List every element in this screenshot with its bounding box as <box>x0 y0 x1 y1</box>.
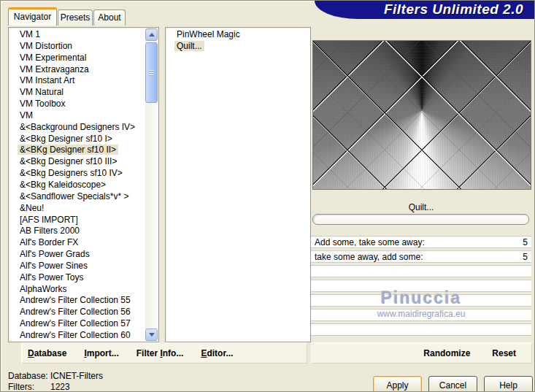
category-list-item[interactable]: &<Sandflower Specials*v* > <box>10 191 145 203</box>
category-list: VM 1VM DistortionVM ExperimentalVM Extra… <box>10 29 145 340</box>
category-list-item-label: Andrew's Filter Collection 56 <box>18 307 133 317</box>
scroll-down-icon <box>149 333 155 337</box>
category-list-item[interactable]: VM Experimental <box>10 53 145 64</box>
category-list-item[interactable]: Alf's Power Grads <box>10 249 145 261</box>
category-list-item-label: VM 1 <box>18 29 42 39</box>
scroll-up-button[interactable] <box>145 28 158 41</box>
progress-slider[interactable] <box>312 214 529 225</box>
status-bar: Database:ICNET-Filters Filters:1223 <box>8 371 103 392</box>
filter-list-item-label: Quilt... <box>174 41 204 51</box>
category-list-item-label: Andrew's Filter Collection 55 <box>18 295 133 305</box>
category-list-item-label: &Neu! <box>18 203 46 213</box>
category-list-item[interactable]: VM 1 <box>10 29 145 41</box>
category-list-item-label: AlphaWorks <box>18 284 69 294</box>
category-list-item-label: &<Bkg Kaleidoscope> <box>18 180 108 190</box>
tab-presets[interactable]: Presets <box>58 9 93 26</box>
category-list-item[interactable]: VM Extravaganza <box>10 64 145 76</box>
randomize-button[interactable]: Randomize <box>423 348 470 358</box>
category-list-item[interactable]: &<Bkg Kaleidoscope> <box>10 180 145 191</box>
status-filters-value: 1223 <box>50 382 70 392</box>
category-list-item-label: &<Background Designers IV> <box>18 122 137 132</box>
category-list-item[interactable]: &<BKg Designer sf10 II> <box>10 145 145 156</box>
category-list-item[interactable]: Alf's Border FX <box>10 237 145 249</box>
window-title: Filters Unlimited 2.0 <box>384 1 523 17</box>
parameter-label: take some away, add some: <box>315 252 423 262</box>
category-list-item-label: [AFS IMPORT] <box>18 215 80 225</box>
tab-about[interactable]: About <box>93 9 126 26</box>
category-list-item[interactable]: Andrew's Filter Collection 55 <box>10 295 145 307</box>
status-database-value: ICNET-Filters <box>50 371 103 381</box>
title-banner: Filters Unlimited 2.0 <box>315 1 534 19</box>
status-filters: Filters:1223 <box>8 382 103 392</box>
selected-filter-title: Quilt... <box>311 202 531 212</box>
parameter-row[interactable] <box>311 323 531 336</box>
status-filters-label: Filters: <box>8 382 50 392</box>
parameter-row[interactable] <box>311 265 531 277</box>
category-list-item[interactable]: [AFS IMPORT] <box>10 215 145 226</box>
category-list-item[interactable]: Alf's Power Sines <box>10 261 145 272</box>
category-list-item[interactable]: &<Bkg Designer sf10 I> <box>10 134 145 145</box>
cancel-button[interactable]: Cancel <box>428 376 477 392</box>
category-list-item-label: VM <box>18 110 35 120</box>
filter-list: PinWheel MagicQuilt... <box>167 29 309 340</box>
category-list-item[interactable]: Alf's Power Toys <box>10 272 145 284</box>
parameter-label: Add some, take some away: <box>315 237 425 247</box>
filter-list-panel: PinWheel MagicQuilt... <box>165 27 311 342</box>
category-list-item[interactable]: &<Bkg Designers sf10 IV> <box>10 168 145 180</box>
status-database-label: Database: <box>8 371 50 382</box>
category-list-item-label: &<BKg Designer sf10 II> <box>18 145 118 155</box>
parameter-rows: Add some, take some away: 5 take some aw… <box>311 236 531 338</box>
category-list-panel: VM 1VM DistortionVM ExperimentalVM Extra… <box>8 27 159 342</box>
category-list-item-label: Andrew's Filter Collection 60 <box>18 330 133 340</box>
filter-list-item-label: PinWheel Magic <box>174 29 242 39</box>
import-button[interactable]: Import... <box>84 348 118 358</box>
category-list-item-label: VM Experimental <box>18 53 88 63</box>
category-list-item-label: &<Bkg Designers sf10 IV> <box>18 168 125 178</box>
category-list-item[interactable]: Andrew's Filter Collection 56 <box>10 307 145 318</box>
editor-button[interactable]: Editor... <box>201 348 233 358</box>
parameter-row[interactable]: Add some, take some away: 5 <box>311 236 531 248</box>
toolbar-left: Database Import... Filter Info... Editor… <box>21 342 307 364</box>
category-list-item[interactable]: AlphaWorks <box>10 284 145 296</box>
category-list-item-label: &<Sandflower Specials*v* > <box>18 191 131 201</box>
filter-list-item[interactable]: Quilt... <box>167 41 309 53</box>
category-list-item-label: VM Distortion <box>18 41 74 51</box>
database-button[interactable]: Database <box>28 348 66 358</box>
category-list-item-label: AB Filters 2000 <box>18 226 82 236</box>
parameter-row[interactable] <box>311 280 531 292</box>
category-list-item[interactable]: Andrew's Filter Collection 60 <box>10 330 145 340</box>
category-list-item[interactable]: VM Toolbox <box>10 99 145 110</box>
apply-button[interactable]: Apply <box>373 376 422 392</box>
parameter-row[interactable] <box>311 309 531 321</box>
category-list-item-label: Alf's Power Grads <box>18 249 92 259</box>
category-list-item[interactable]: VM <box>10 110 145 122</box>
filter-list-item[interactable]: PinWheel Magic <box>167 29 309 41</box>
category-list-item[interactable]: VM Distortion <box>10 41 145 53</box>
parameter-row[interactable] <box>311 294 531 307</box>
category-list-item[interactable]: AB Filters 2000 <box>10 226 145 237</box>
category-list-item-label: Alf's Power Toys <box>18 272 85 283</box>
status-database: Database:ICNET-Filters <box>8 371 103 382</box>
parameter-row[interactable]: take some away, add some: 5 <box>311 250 531 263</box>
scrollbar-thumb[interactable] <box>145 42 158 103</box>
category-list-item[interactable]: &<Bkg Designer sf10 III> <box>10 156 145 168</box>
category-list-item-label: &<Bkg Designer sf10 I> <box>18 134 115 144</box>
category-list-item[interactable]: &<Background Designers IV> <box>10 122 145 134</box>
help-button[interactable]: Help <box>484 376 533 392</box>
category-list-item-label: Alf's Power Sines <box>18 261 90 271</box>
category-list-item-label: VM Instant Art <box>18 75 77 85</box>
filter-info-button[interactable]: Filter Info... <box>136 348 184 358</box>
parameter-value: 5 <box>523 252 528 262</box>
category-list-item[interactable]: &Neu! <box>10 203 145 215</box>
scroll-down-button[interactable] <box>145 328 158 341</box>
parameter-value: 5 <box>523 237 528 247</box>
category-list-item-label: &<Bkg Designer sf10 III> <box>18 156 119 166</box>
reset-button[interactable]: Reset <box>492 348 516 358</box>
toolbar-right: Randomize Reset <box>311 342 532 364</box>
category-scrollbar[interactable] <box>145 28 158 341</box>
category-list-item[interactable]: Andrew's Filter Collection 57 <box>10 318 145 330</box>
category-list-item[interactable]: VM Instant Art <box>10 75 145 87</box>
tab-navigator[interactable]: Navigator <box>8 7 57 26</box>
category-list-item[interactable]: VM Natural <box>10 87 145 99</box>
category-list-item-label: VM Natural <box>18 87 66 97</box>
